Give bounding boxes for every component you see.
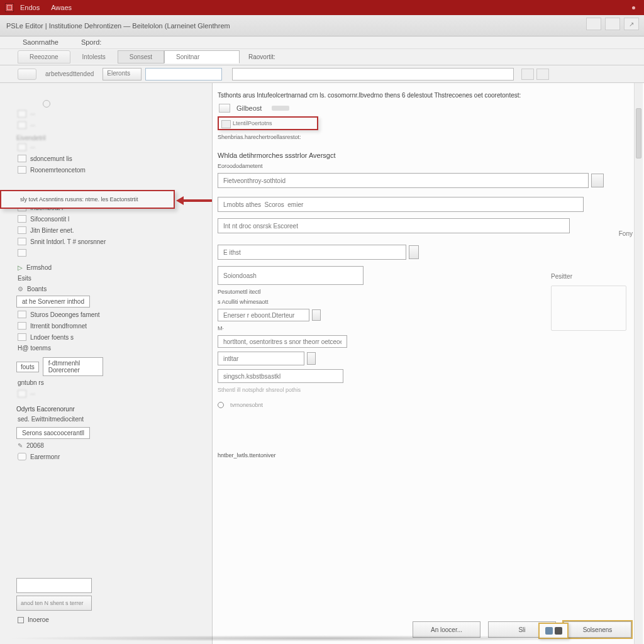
sb-item-b4[interactable]: Snnit Intdorl. T # snorsnner <box>16 236 208 247</box>
section-title-1: Whlda detihrmorches ssstrlor Aversgct <box>218 152 644 159</box>
callout-arrow-icon <box>176 196 213 205</box>
filter-dropdown[interactable]: Eleronts <box>103 68 142 80</box>
sb-item-g2[interactable]: ✎20068 <box>16 440 208 451</box>
input-4[interactable] <box>218 245 406 260</box>
item-icon <box>18 166 26 174</box>
sb-item-d2[interactable]: Itrrentit bondfromnet <box>16 320 208 331</box>
sb-item-c3[interactable]: ⚙Boants <box>16 284 208 294</box>
input-4-picker[interactable] <box>409 245 419 259</box>
footer-btn-3[interactable]: Solsenens <box>564 621 631 638</box>
sb-item-d1[interactable]: Sturos Doeonges fament <box>16 309 208 320</box>
filter-btn-2[interactable] <box>536 69 549 80</box>
item-icon <box>18 155 26 162</box>
content-area: Tsthonts arus Intufeolcertnarnad crn ls.… <box>213 83 644 644</box>
input-9[interactable] <box>218 369 343 383</box>
input-1-browse[interactable] <box>591 174 604 187</box>
mini-icon-1 <box>545 627 553 635</box>
input-3[interactable] <box>218 218 570 233</box>
input-8-btn[interactable] <box>307 352 316 365</box>
input-1[interactable] <box>218 173 589 188</box>
side-label-1: Fony <box>619 230 633 237</box>
sb-item-d4[interactable]: H@ toenms <box>16 343 208 353</box>
footer-mini-toolbar[interactable] <box>538 623 569 639</box>
sb-item-a2[interactable]: Roonemrteoncetom <box>16 164 208 175</box>
item-icon <box>18 226 26 234</box>
filter-icon-1[interactable] <box>18 69 36 80</box>
sb-item-e1[interactable]: gntubn rs <box>16 377 208 388</box>
menu-endos[interactable]: Endos <box>20 4 40 11</box>
filter-row: arbetvesdttended Eleronts <box>0 65 644 83</box>
gear-icon: ⚙ <box>18 286 23 292</box>
sec-tab-4[interactable]: Sonitnar <box>164 50 240 64</box>
sec-tab-2[interactable]: Intolests <box>70 50 118 64</box>
search-input[interactable] <box>145 68 222 80</box>
window-title-row: PSLe Editor | Institutione Dehrontizen —… <box>0 15 644 36</box>
sb-item-b2[interactable]: Sifoconsontit l <box>16 213 208 225</box>
sidebar-footer-check[interactable]: Inoeroe <box>16 614 205 625</box>
sec-tab-3[interactable]: Sonsest <box>118 50 164 64</box>
filter-path-input[interactable] <box>232 68 514 80</box>
input-7[interactable] <box>218 335 347 348</box>
input-8[interactable] <box>218 352 304 365</box>
sb-join-value[interactable]: f-dtmrnenhl Dorercener <box>43 357 103 376</box>
scrollbar-thumb[interactable] <box>636 108 641 158</box>
help-icon[interactable] <box>43 100 50 108</box>
input-6-btn[interactable] <box>312 309 321 321</box>
sidebar-footer-button[interactable]: anod ten N shent s terrer <box>16 596 92 611</box>
window-max-button[interactable] <box>605 18 620 30</box>
sb-ico-1[interactable] <box>16 89 39 97</box>
sb-category-box[interactable]: at he Sorvenerr inthod <box>16 296 90 308</box>
position-label: Pesitter <box>551 273 572 280</box>
ribbon-tab-1[interactable]: Saonrnathe <box>23 36 58 48</box>
sb-item-blank[interactable] <box>16 247 208 258</box>
label-1: Eoroododametent <box>218 163 644 169</box>
sb-gh-3[interactable]: ··· <box>16 142 208 153</box>
sb-item-a1[interactable]: sdoncemunt lis <box>16 153 208 164</box>
sb-item-g1[interactable]: Serons saocoocerantll <box>16 427 90 439</box>
input-6[interactable] <box>218 309 309 321</box>
content-scrollbar[interactable] <box>634 83 643 644</box>
window-title: PSLe Editor | Institutione Dehrontizen —… <box>6 22 230 30</box>
footer-btn-1[interactable]: An loocer... <box>413 621 480 638</box>
sidebar-footer-input[interactable] <box>16 578 92 593</box>
sb-item-c1[interactable]: ▷Ermshod <box>16 262 208 273</box>
sb-item-b3[interactable]: Jitn Binter enet. <box>16 225 208 236</box>
ribbon-tab-2[interactable]: Spord: <box>81 36 101 48</box>
sb-item-gh[interactable]: ··· <box>16 388 208 399</box>
sec-tab-1[interactable]: Reeozone <box>18 50 70 64</box>
node-badge <box>272 106 289 111</box>
input-2[interactable] <box>218 197 584 212</box>
sb-group-a: Eivendetril <box>16 135 208 142</box>
mini-icon-2 <box>555 627 562 635</box>
titlebar: Endos Awaes <box>0 0 644 15</box>
folder-icon <box>18 121 26 129</box>
radio-row-1[interactable]: tvrnonesobnt <box>218 402 644 408</box>
filter-field-label: arbetvesdttended <box>40 70 99 77</box>
window-min-button[interactable] <box>586 18 601 30</box>
radio-icon <box>218 402 224 408</box>
app-icon <box>5 3 14 12</box>
main-area: ··· ··· Eivendetril ··· sdoncemunt lis R… <box>0 83 644 644</box>
sb-item-g3[interactable]: Earermonr <box>16 451 208 462</box>
window-indicator-icon <box>632 6 635 9</box>
input-5[interactable] <box>218 266 364 285</box>
tree-node-1[interactable]: Gilbeost <box>215 104 644 113</box>
sec-label: Raovortit: <box>248 53 275 60</box>
menu-awaes[interactable]: Awaes <box>51 4 72 11</box>
item-icon <box>18 215 26 223</box>
sb-item-c2[interactable]: Esits <box>16 273 208 284</box>
dialog-footer: An loocer... Sli Solsenens <box>413 621 631 638</box>
node-icon <box>219 104 230 113</box>
sb-item-d3[interactable]: Lndoer foents s <box>16 331 208 343</box>
window-pin-button[interactable]: ↗ <box>624 18 639 30</box>
sb-group-f1: Odyrts Eacorenorunr <box>16 406 208 413</box>
item-icon <box>18 249 26 257</box>
play-icon: ▷ <box>18 264 23 271</box>
filter-btn-1[interactable] <box>521 69 534 80</box>
sb-ghost-2: ··· <box>30 122 35 129</box>
folder-icon <box>18 110 26 118</box>
sb-ico-2[interactable] <box>16 99 39 108</box>
secondary-tabs: Reeozone Intolests Sonsest Sonitnar Raov… <box>0 49 644 65</box>
tree-node-highlighted[interactable]: LtentilPoertotns <box>218 116 318 130</box>
sidebar-highlighted-item[interactable]: sly tovt Acsnntins rusuns: ntme. les Eac… <box>0 190 175 209</box>
